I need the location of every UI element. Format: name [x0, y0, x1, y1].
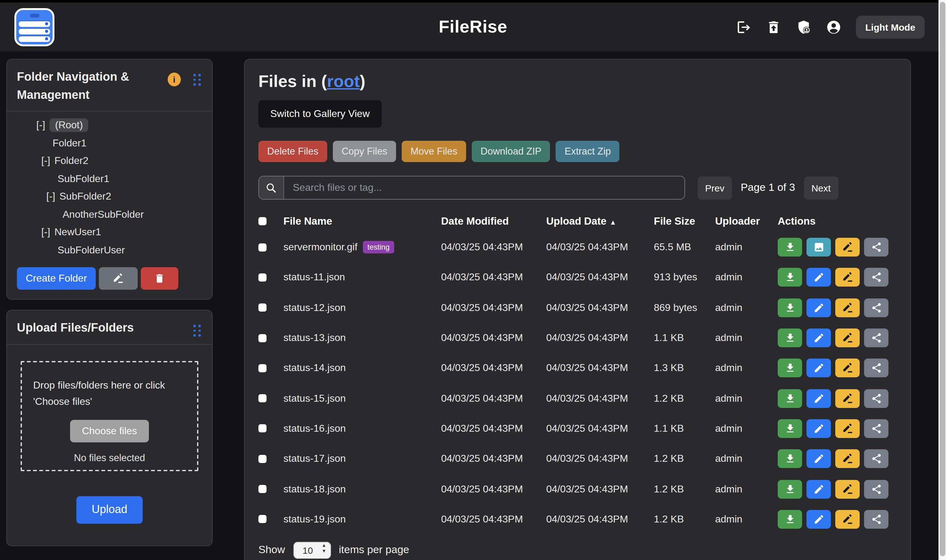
folder-name[interactable]: NewUser1 [54, 227, 101, 238]
download-button[interactable] [778, 449, 802, 468]
row-checkbox[interactable] [258, 485, 266, 493]
logout-icon[interactable] [736, 19, 751, 35]
folder-tree-item[interactable]: [-] SubFolder2 [17, 188, 202, 206]
download-zip-button[interactable]: Download ZIP [472, 141, 550, 162]
edit-file-button[interactable] [806, 510, 831, 529]
edit-file-button[interactable] [806, 389, 831, 408]
download-button[interactable] [778, 419, 802, 438]
file-name[interactable]: status-16.json [283, 423, 346, 434]
items-per-page-select[interactable]: 10 ▲▼ [293, 542, 331, 559]
folder-name[interactable]: SubFolder2 [60, 191, 111, 202]
download-button[interactable] [778, 298, 802, 317]
share-button[interactable] [864, 389, 888, 408]
edit-file-button[interactable] [806, 449, 831, 468]
preview-image-button[interactable] [806, 238, 831, 257]
rename-button[interactable] [835, 449, 860, 468]
folder-tree-item[interactable]: [-] NewUser1 [17, 223, 202, 241]
restore-trash-icon[interactable] [766, 19, 781, 35]
share-button[interactable] [864, 510, 888, 529]
scrollbar-track[interactable] [938, 0, 946, 560]
edit-file-button[interactable] [806, 329, 831, 347]
share-button[interactable] [864, 449, 888, 468]
info-icon[interactable]: i [168, 72, 181, 86]
file-name[interactable]: status-14.json [283, 363, 346, 374]
rename-button[interactable] [835, 268, 860, 287]
folder-tree-item[interactable]: Folder1 [17, 134, 202, 152]
folder-tree-item[interactable]: [-] (Root) [17, 116, 202, 134]
switch-gallery-view-button[interactable]: Switch to Gallery View [258, 100, 381, 128]
drag-handle-icon[interactable] [193, 74, 201, 85]
tree-collapse-toggle[interactable]: [-] [36, 120, 49, 131]
edit-file-button[interactable] [806, 298, 831, 317]
folder-name[interactable]: (Root) [49, 118, 89, 132]
download-button[interactable] [778, 238, 802, 257]
rename-button[interactable] [835, 480, 860, 498]
download-button[interactable] [778, 329, 802, 347]
share-button[interactable] [864, 329, 888, 347]
extract-zip-button[interactable]: Extract Zip [556, 141, 620, 162]
root-folder-link[interactable]: root [327, 72, 360, 91]
edit-file-button[interactable] [806, 419, 831, 438]
rename-button[interactable] [835, 298, 860, 317]
download-button[interactable] [778, 359, 802, 378]
row-checkbox[interactable] [258, 364, 266, 372]
share-button[interactable] [864, 268, 888, 287]
file-name[interactable]: status-18.json [283, 483, 346, 495]
rename-button[interactable] [835, 419, 860, 438]
col-file-size[interactable]: File Size [654, 215, 715, 227]
choose-files-button[interactable]: Choose files [70, 420, 149, 443]
folder-name[interactable]: AnotherSubFolder [63, 209, 144, 220]
move-files-button[interactable]: Move Files [401, 141, 466, 162]
folder-name[interactable]: Folder1 [52, 138, 87, 149]
file-name[interactable]: status-17.json [283, 453, 346, 464]
col-uploader[interactable]: Uploader [715, 215, 778, 227]
file-name[interactable]: status-12.json [283, 302, 346, 313]
folder-name[interactable]: SubFolderUser [58, 245, 125, 256]
rename-button[interactable] [835, 510, 860, 529]
row-checkbox[interactable] [258, 243, 266, 251]
delete-files-button[interactable]: Delete Files [258, 141, 327, 162]
rename-button[interactable] [835, 389, 860, 408]
next-page-button[interactable]: Next [804, 176, 838, 199]
col-date-modified[interactable]: Date Modified [441, 215, 546, 227]
edit-file-button[interactable] [806, 268, 831, 287]
folder-name[interactable]: Folder2 [54, 155, 89, 167]
folder-name[interactable]: SubFolder1 [58, 173, 109, 185]
tree-collapse-toggle[interactable]: [-] [41, 155, 54, 167]
delete-folder-button[interactable] [141, 267, 178, 290]
light-mode-button[interactable]: Light Mode [856, 15, 925, 38]
folder-tree-item[interactable]: AnotherSubFolder [17, 206, 202, 223]
create-folder-button[interactable]: Create Folder [17, 267, 96, 290]
share-button[interactable] [864, 298, 888, 317]
download-button[interactable] [778, 480, 802, 498]
folder-tree-item[interactable]: [-] Folder2 [17, 152, 202, 170]
copy-files-button[interactable]: Copy Files [333, 141, 396, 162]
drag-handle-icon[interactable] [193, 325, 201, 336]
row-checkbox[interactable] [258, 334, 266, 342]
file-name[interactable]: servermonitor.gif [283, 242, 358, 253]
edit-file-button[interactable] [806, 359, 831, 378]
upload-button[interactable]: Upload [76, 496, 143, 523]
row-checkbox[interactable] [258, 455, 266, 463]
file-dropzone[interactable]: Drop files/folders here or click 'Choose… [21, 361, 198, 471]
row-checkbox[interactable] [258, 394, 266, 402]
file-name[interactable]: status-11.json [283, 272, 345, 283]
file-name[interactable]: status-13.json [283, 332, 346, 343]
admin-shield-icon[interactable] [796, 19, 812, 35]
download-button[interactable] [778, 510, 802, 529]
rename-button[interactable] [835, 238, 860, 257]
col-upload-date[interactable]: Upload Date▲ [546, 215, 654, 227]
share-button[interactable] [864, 359, 888, 378]
row-checkbox[interactable] [258, 425, 266, 433]
file-name[interactable]: status-15.json [283, 392, 346, 404]
tree-collapse-toggle[interactable]: [-] [41, 227, 54, 238]
rename-folder-button[interactable] [99, 267, 138, 290]
col-file-name[interactable]: File Name [283, 215, 441, 227]
rename-button[interactable] [835, 359, 860, 378]
share-button[interactable] [864, 238, 888, 257]
folder-tree-item[interactable]: SubFolderUser [17, 241, 202, 259]
edit-file-button[interactable] [806, 480, 831, 498]
prev-page-button[interactable]: Prev [698, 176, 732, 199]
file-name[interactable]: status-19.json [283, 514, 346, 525]
share-button[interactable] [864, 480, 888, 498]
